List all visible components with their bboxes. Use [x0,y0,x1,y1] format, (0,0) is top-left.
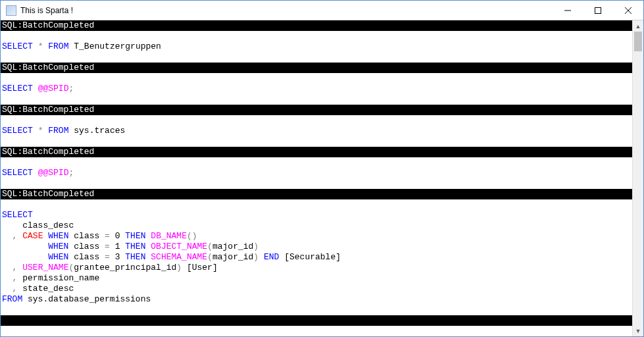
token-plain [2,231,12,241]
app-window: This is Sparta ! SQL:BatchCompletedSELEC… [0,0,644,337]
token-gray: ) [176,263,182,272]
token-gray: ( [207,242,212,251]
minimize-icon [564,7,571,14]
close-icon [625,7,632,14]
token-plain [2,252,48,262]
token-plain [33,126,38,136]
token-kw-blue: SELECT [2,41,33,51]
sql-line: SELECT * FROM sys.traces [1,126,632,136]
token-plain: class [68,231,105,241]
event-header: SQL:BatchCompleted [1,189,632,199]
token-kw-blue: FROM [2,294,22,304]
token-plain: [Securable] [279,252,341,262]
app-icon [6,5,16,16]
token-plain: sys.traces [68,126,125,136]
token-plain: grantee_principal_id [74,263,176,272]
blank-line [1,31,632,41]
event-header [1,315,632,326]
client-area: SQL:BatchCompletedSELECT * FROM T_Benutz… [1,20,643,336]
sql-line: SELECT @@SPID; [1,168,632,178]
token-kw-red: CASE [22,231,43,241]
token-plain [33,168,38,178]
token-kw-blue: SELECT [2,210,33,220]
maximize-icon [595,7,601,14]
scroll-track[interactable] [633,32,643,325]
scroll-up-arrow[interactable]: ▲ [633,20,643,32]
event-header: SQL:BatchCompleted [1,63,632,73]
sql-line: , CASE WHEN class = 0 THEN DB_NAME() [1,231,632,242]
scroll-down-arrow[interactable]: ▼ [633,325,643,336]
token-plain: major_id [212,242,253,251]
token-plain: class [68,252,105,262]
event-header: SQL:BatchCompleted [1,105,632,115]
token-gray: = [105,252,110,262]
token-gray: = [105,231,110,241]
token-plain: major_id [212,252,253,262]
token-gray: ; [68,168,74,178]
maximize-button[interactable] [583,1,613,20]
token-kw-blue: THEN [125,231,145,241]
token-plain: 0 [110,231,125,241]
sql-line: class_desc [1,220,632,231]
token-kw-magenta: OBJECT_NAME [151,242,207,251]
token-gray: = [105,242,110,251]
sql-line: SELECT * FROM T_Benutzergruppen [1,41,632,52]
sql-line: , permission_name [1,273,632,284]
token-plain [2,273,12,283]
token-plain [33,41,38,51]
event-header: SQL:BatchCompleted [1,147,632,157]
titlebar[interactable]: This is Sparta ! [1,1,643,20]
token-kw-magenta: @@SPID [38,84,69,93]
token-plain [2,284,12,294]
close-button[interactable] [613,1,643,20]
window-title: This is Sparta ! [20,6,553,15]
blank-line [1,199,632,210]
blank-line [1,136,632,147]
token-plain: class_desc [2,220,79,230]
token-gray: ( [207,252,212,262]
sql-line: , state_desc [1,284,632,294]
blank-line [1,52,632,63]
token-kw-magenta: @@SPID [38,168,69,178]
token-gray: () [187,231,197,241]
event-header: SQL:BatchCompleted [1,20,632,31]
token-plain: 1 [110,242,125,251]
token-plain: T_Benutzergruppen [68,41,161,51]
blank-line [1,157,632,168]
token-kw-magenta: USER_NAME [22,263,68,272]
token-kw-blue: FROM [48,126,68,136]
sql-line: SELECT [1,210,632,220]
blank-line [1,94,632,105]
token-plain [259,252,264,262]
blank-line [1,115,632,126]
blank-line [1,178,632,189]
token-plain: [User] [182,263,218,272]
sql-line: WHEN class = 3 THEN SCHEMA_NAME(major_id… [1,252,632,263]
token-kw-blue: END [264,252,279,262]
token-plain: permission_name [17,273,99,283]
token-kw-magenta: SCHEMA_NAME [151,252,207,262]
token-kw-blue: WHEN [48,242,68,251]
sql-line: FROM sys.database_permissions [1,294,632,305]
sql-line: WHEN class = 1 THEN OBJECT_NAME(major_id… [1,242,632,252]
token-plain [2,242,48,251]
minimize-button[interactable] [553,1,583,20]
token-plain: 3 [110,252,125,262]
token-kw-blue: SELECT [2,168,33,178]
sql-trace-log[interactable]: SQL:BatchCompletedSELECT * FROM T_Benutz… [1,20,632,336]
token-kw-blue: FROM [48,41,68,51]
token-kw-magenta: DB_NAME [151,231,187,241]
token-kw-blue: SELECT [2,84,33,93]
blank-line [1,305,632,315]
token-gray: ; [68,84,74,93]
token-kw-blue: WHEN [48,252,68,262]
token-plain [2,263,12,272]
token-gray: ) [253,242,259,251]
vertical-scrollbar[interactable]: ▲ ▼ [632,20,643,336]
scroll-thumb[interactable] [634,32,642,51]
token-kw-blue: THEN [125,252,145,262]
token-plain: state_desc [17,284,79,294]
token-kw-blue: SELECT [2,126,33,136]
token-kw-blue: WHEN [48,231,68,241]
token-plain [33,84,38,93]
